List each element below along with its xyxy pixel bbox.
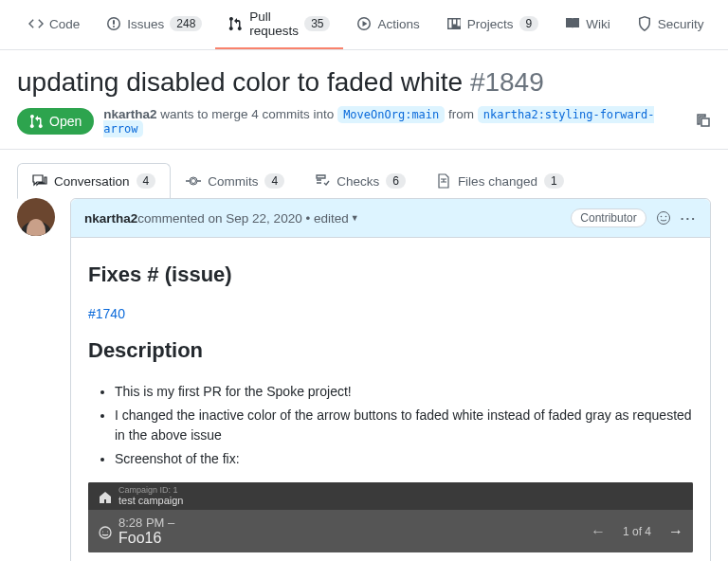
- svg-point-1: [657, 212, 669, 225]
- commits-count: 4: [264, 173, 284, 189]
- svg-point-3: [664, 216, 666, 218]
- tab-commits-label: Commits: [208, 174, 258, 189]
- nav-projects[interactable]: Projects 9: [433, 0, 552, 49]
- home-icon: [98, 490, 111, 503]
- fixes-heading: Fixes # (issue): [88, 262, 693, 295]
- book-icon: [565, 16, 580, 31]
- conversation-count: 4: [136, 173, 156, 189]
- svg-point-2: [660, 216, 662, 218]
- ss-time: 8:28 PM –: [118, 516, 174, 530]
- tab-files[interactable]: Files changed 1: [421, 163, 579, 199]
- state-label: Open: [49, 114, 82, 129]
- nav-security[interactable]: Security: [624, 0, 718, 49]
- face-icon: [98, 525, 111, 538]
- svg-point-6: [107, 531, 108, 532]
- nav-pulls-label: Pull requests: [249, 9, 299, 38]
- merge-meta: nkartha2 wants to merge 4 commits into M…: [103, 107, 686, 136]
- comment-discussion-icon: [32, 173, 47, 189]
- projects-count: 9: [519, 16, 539, 31]
- pr-tabs: Conversation 4 Commits 4 Checks 6 Files …: [0, 163, 728, 199]
- pr-title: updating disabled color to faded white #…: [17, 67, 711, 98]
- tab-checks-label: Checks: [337, 174, 379, 189]
- nav-wiki-label: Wiki: [586, 17, 610, 31]
- ss-pager-text: 1 of 4: [623, 525, 651, 538]
- files-count: 1: [544, 173, 564, 189]
- nav-code[interactable]: Code: [15, 0, 93, 49]
- nav-actions-label: Actions: [377, 17, 419, 31]
- comment-body: Fixes # (issue) #1740 Description This i…: [71, 238, 710, 561]
- tab-commits[interactable]: Commits 4: [171, 163, 300, 199]
- arrow-right-icon: →: [668, 523, 683, 540]
- tab-conversation-label: Conversation: [54, 174, 130, 189]
- tab-files-label: Files changed: [458, 174, 537, 189]
- repo-nav: Code Issues 248 Pull requests 35 Actions…: [0, 0, 728, 50]
- ss-pager: ← 1 of 4 →: [591, 523, 683, 540]
- issue-icon: [106, 16, 121, 31]
- nav-code-label: Code: [49, 17, 80, 31]
- arrow-left-icon: ←: [591, 523, 606, 540]
- nav-pulls[interactable]: Pull requests 35: [215, 0, 343, 49]
- tab-checks[interactable]: Checks 6: [300, 163, 421, 199]
- merge-text-a: wants to merge 4 commits into: [160, 107, 334, 121]
- pr-title-text: updating disabled color to faded white: [17, 67, 463, 97]
- content-area: nkartha2 commented on Sep 22, 2020 • edi…: [0, 198, 728, 561]
- embedded-screenshot: Campaign ID: 1 test campaign 8:28 PM – F…: [88, 482, 693, 552]
- description-list: This is my first PR for the Spoke projec…: [88, 382, 693, 469]
- file-diff-icon: [436, 173, 451, 189]
- nav-wiki[interactable]: Wiki: [552, 0, 624, 49]
- pulls-count: 35: [304, 16, 330, 31]
- base-branch[interactable]: MoveOnOrg:main: [337, 106, 445, 123]
- description-heading: Description: [88, 338, 693, 371]
- play-icon: [356, 16, 372, 31]
- project-icon: [446, 16, 462, 31]
- ss-campaign-id: Campaign ID: 1: [118, 486, 183, 495]
- comment-header: nkartha2 commented on Sep 22, 2020 • edi…: [71, 199, 710, 238]
- pr-number: #1849: [470, 67, 544, 97]
- git-pull-request-icon: [29, 114, 45, 129]
- list-item: I changed the inactive color of the arro…: [115, 406, 693, 445]
- shield-icon: [637, 16, 652, 31]
- git-commit-icon: [186, 173, 201, 189]
- ss-mid-bar: 8:28 PM – Foo16 ← 1 of 4 →: [88, 510, 693, 552]
- checklist-icon: [315, 173, 330, 189]
- avatar[interactable]: [17, 198, 55, 236]
- nav-actions[interactable]: Actions: [343, 0, 432, 49]
- edited-dropdown[interactable]: ▼: [351, 213, 359, 223]
- list-item: Screenshot of the fix:: [115, 449, 693, 469]
- issues-count: 248: [170, 16, 202, 31]
- state-row: Open nkartha2 wants to merge 4 commits i…: [17, 107, 711, 136]
- linked-issue[interactable]: #1740: [88, 306, 125, 321]
- pr-author[interactable]: nkartha2: [103, 107, 156, 121]
- ss-top-bar: Campaign ID: 1 test campaign: [88, 482, 693, 510]
- git-pull-request-icon: [228, 16, 244, 31]
- nav-security-label: Security: [658, 17, 704, 31]
- list-item: This is my first PR for the Spoke projec…: [115, 382, 693, 402]
- nav-projects-label: Projects: [467, 17, 514, 31]
- svg-point-0: [191, 179, 196, 184]
- pr-header: updating disabled color to faded white #…: [0, 50, 728, 150]
- code-icon: [28, 16, 44, 31]
- state-badge-open: Open: [17, 108, 94, 135]
- checks-count: 6: [386, 173, 406, 189]
- role-badge: Contributor: [571, 208, 646, 227]
- ss-contact-name: Foo16: [118, 530, 174, 547]
- nav-issues[interactable]: Issues 248: [93, 0, 215, 49]
- nav-issues-label: Issues: [127, 17, 164, 31]
- comment-header-actions: Contributor ···: [571, 208, 697, 227]
- comment-box: nkartha2 commented on Sep 22, 2020 • edi…: [70, 198, 711, 561]
- svg-point-5: [102, 531, 103, 532]
- comment-meta: commented on Sep 22, 2020 • edited: [137, 211, 348, 226]
- kebab-icon[interactable]: ···: [681, 211, 697, 226]
- ss-campaign-name: test campaign: [118, 495, 183, 506]
- comment-author[interactable]: nkartha2: [84, 211, 137, 226]
- svg-point-4: [100, 527, 111, 538]
- copy-icon[interactable]: [696, 113, 711, 131]
- smiley-icon[interactable]: [656, 210, 671, 226]
- tab-conversation[interactable]: Conversation 4: [17, 163, 171, 199]
- merge-text-b: from: [448, 107, 474, 121]
